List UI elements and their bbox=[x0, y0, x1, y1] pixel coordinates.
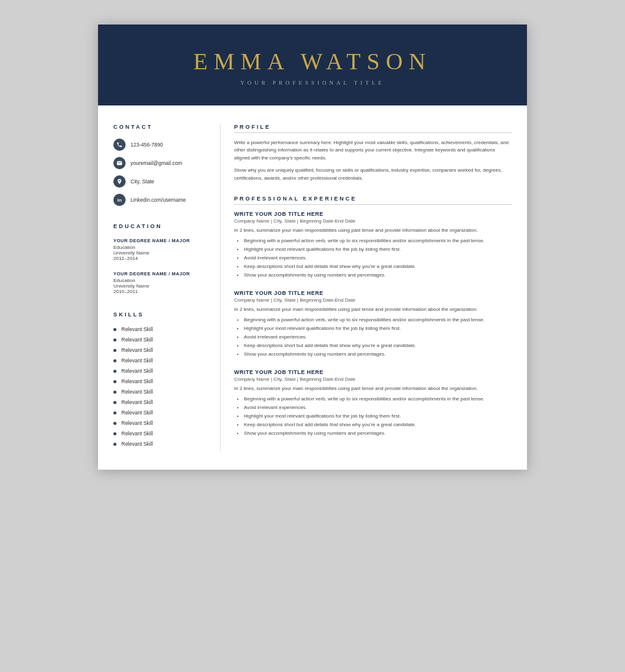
experience-section-title: PROFESSIONAL EXPERIENCE bbox=[234, 196, 512, 205]
job-title: WRITE YOUR JOB TITLE HERE bbox=[234, 290, 512, 296]
contact-phone: 123-456-7890 bbox=[113, 139, 208, 151]
skill-bullet bbox=[113, 391, 116, 394]
left-column: CONTACT 123-456-7890 youremail@gmail.com bbox=[98, 124, 221, 451]
skill-label: Relevant Skill bbox=[121, 420, 153, 426]
contact-location: City, State bbox=[113, 175, 208, 188]
job-bullet-item: Show your accomplishments by using numbe… bbox=[244, 351, 512, 358]
education-section: EDUCATION YOUR DEGREE NAME / MAJOR Educa… bbox=[113, 223, 208, 294]
skill-label: Relevant Skill bbox=[121, 347, 153, 353]
resume-body: CONTACT 123-456-7890 youremail@gmail.com bbox=[98, 105, 527, 470]
job-bullet-item: Highlight your most relevant qualificati… bbox=[244, 246, 512, 253]
skill-item: Relevant Skill bbox=[113, 357, 208, 364]
edu-field-1: Education bbox=[113, 245, 208, 250]
skills-section: SKILLS Relevant SkillRelevant SkillRelev… bbox=[113, 311, 208, 447]
job-bullets: Beginning with a powerful action verb, w… bbox=[234, 316, 512, 358]
skill-bullet bbox=[113, 443, 116, 446]
skill-item: Relevant Skill bbox=[113, 441, 208, 447]
contact-section-title: CONTACT bbox=[113, 124, 208, 130]
edu-field-2: Education bbox=[113, 278, 208, 283]
contact-linkedin: in Linkedin.com/username bbox=[113, 194, 208, 206]
job-bullet-item: Avoid irrelevant experiences. bbox=[244, 404, 512, 411]
profile-paragraphs: Write a powerful performance summary her… bbox=[234, 139, 512, 182]
skill-bullet bbox=[113, 349, 116, 352]
resume-header: EMMA WATSON YOUR PROFESSIONAL TITLE bbox=[98, 25, 527, 105]
location-icon bbox=[113, 175, 126, 188]
skill-item: Relevant Skill bbox=[113, 420, 208, 426]
edu-uni-2: University Name bbox=[113, 283, 208, 289]
skill-label: Relevant Skill bbox=[121, 326, 153, 332]
job-summary: In 2 lines, summarize your main responsi… bbox=[234, 306, 512, 313]
job-bullet-item: Highlight your most relevant qualificati… bbox=[244, 413, 512, 420]
phone-value: 123-456-7890 bbox=[131, 142, 163, 148]
job-summary: In 2 lines, summarize your main responsi… bbox=[234, 385, 512, 392]
job-bullet-item: Keep descriptions short but add details … bbox=[244, 421, 512, 429]
education-entry-2: YOUR DEGREE NAME / MAJOR Education Unive… bbox=[113, 271, 208, 294]
skill-item: Relevant Skill bbox=[113, 326, 208, 332]
job-bullet-item: Show your accomplishments by using numbe… bbox=[244, 272, 512, 279]
skill-label: Relevant Skill bbox=[121, 430, 153, 437]
right-column: PROFILE Write a powerful performance sum… bbox=[221, 124, 527, 451]
skill-label: Relevant Skill bbox=[121, 399, 153, 405]
profile-paragraph: Show why you are uniquely qualified, foc… bbox=[234, 167, 512, 182]
job-entry: WRITE YOUR JOB TITLE HERECompany Name | … bbox=[234, 211, 512, 279]
experience-section: PROFESSIONAL EXPERIENCE WRITE YOUR JOB T… bbox=[234, 196, 512, 437]
skill-item: Relevant Skill bbox=[113, 430, 208, 437]
skill-bullet bbox=[113, 422, 116, 425]
profile-section-title: PROFILE bbox=[234, 124, 512, 133]
job-bullet-item: Keep descriptions short but add details … bbox=[244, 342, 512, 349]
job-title: WRITE YOUR JOB TITLE HERE bbox=[234, 369, 512, 375]
profile-paragraph: Write a powerful performance summary her… bbox=[234, 139, 512, 162]
skill-item: Relevant Skill bbox=[113, 378, 208, 384]
job-bullet-item: Avoid irrelevant experiences. bbox=[244, 334, 512, 341]
skill-bullet bbox=[113, 380, 116, 383]
skill-bullet bbox=[113, 338, 116, 342]
skill-bullet bbox=[113, 401, 116, 404]
skill-bullet bbox=[113, 370, 116, 373]
job-bullets: Beginning with a powerful action verb, w… bbox=[234, 237, 512, 279]
profile-section: PROFILE Write a powerful performance sum… bbox=[234, 124, 512, 182]
skill-bullet bbox=[113, 359, 116, 362]
skills-list: Relevant SkillRelevant SkillRelevant Ski… bbox=[113, 326, 208, 447]
job-bullet-item: Avoid irrelevant experiences. bbox=[244, 254, 512, 262]
job-entry: WRITE YOUR JOB TITLE HERECompany Name | … bbox=[234, 290, 512, 358]
job-bullet-item: Beginning with a powerful action verb, w… bbox=[244, 316, 512, 324]
degree-2: YOUR DEGREE NAME / MAJOR bbox=[113, 271, 208, 277]
professional-title: YOUR PROFESSIONAL TITLE bbox=[110, 80, 515, 86]
job-bullets: Beginning with a powerful action verb, w… bbox=[234, 395, 512, 437]
skill-label: Relevant Skill bbox=[121, 368, 153, 374]
candidate-name: EMMA WATSON bbox=[110, 48, 515, 75]
skill-bullet bbox=[113, 411, 116, 414]
skill-item: Relevant Skill bbox=[113, 347, 208, 353]
skill-item: Relevant Skill bbox=[113, 368, 208, 374]
skill-label: Relevant Skill bbox=[121, 389, 153, 395]
job-entry: WRITE YOUR JOB TITLE HERECompany Name | … bbox=[234, 369, 512, 437]
education-section-title: EDUCATION bbox=[113, 223, 208, 229]
job-meta: Company Name | City, State | Beginning D… bbox=[234, 218, 512, 224]
skills-section-title: SKILLS bbox=[113, 311, 208, 318]
skill-label: Relevant Skill bbox=[121, 410, 153, 416]
skill-label: Relevant Skill bbox=[121, 441, 153, 447]
location-value: City, State bbox=[131, 178, 154, 185]
email-value: youremail@gmail.com bbox=[131, 160, 182, 166]
job-bullet-item: Keep descriptions short but add details … bbox=[244, 263, 512, 270]
linkedin-value: Linkedin.com/username bbox=[131, 197, 186, 203]
jobs-list: WRITE YOUR JOB TITLE HERECompany Name | … bbox=[234, 211, 512, 437]
skill-label: Relevant Skill bbox=[121, 337, 153, 343]
edu-uni-1: University Name bbox=[113, 250, 208, 256]
edu-year-2: 2010–2011 bbox=[113, 289, 208, 294]
education-entry-1: YOUR DEGREE NAME / MAJOR Education Unive… bbox=[113, 238, 208, 261]
phone-icon bbox=[113, 139, 126, 151]
skill-item: Relevant Skill bbox=[113, 337, 208, 343]
degree-1: YOUR DEGREE NAME / MAJOR bbox=[113, 238, 208, 243]
skill-label: Relevant Skill bbox=[121, 357, 153, 364]
resume-document: EMMA WATSON YOUR PROFESSIONAL TITLE CONT… bbox=[98, 25, 527, 470]
job-meta: Company Name | City, State | Beginning D… bbox=[234, 376, 512, 382]
job-bullet-item: Beginning with a powerful action verb, w… bbox=[244, 395, 512, 403]
skill-bullet bbox=[113, 432, 116, 435]
skill-item: Relevant Skill bbox=[113, 410, 208, 416]
skill-item: Relevant Skill bbox=[113, 399, 208, 405]
contact-section: CONTACT 123-456-7890 youremail@gmail.com bbox=[113, 124, 208, 206]
edu-year-1: 2012–2014 bbox=[113, 256, 208, 261]
skill-label: Relevant Skill bbox=[121, 378, 153, 384]
skill-item: Relevant Skill bbox=[113, 389, 208, 395]
